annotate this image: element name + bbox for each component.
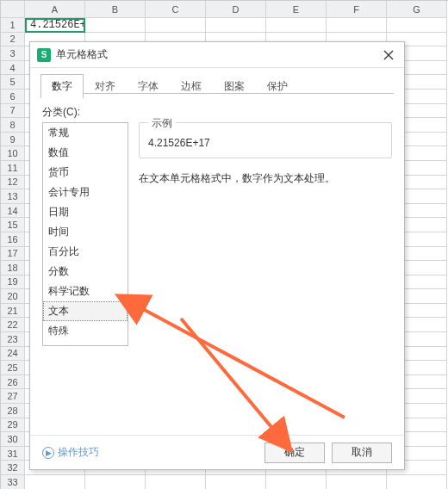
close-icon <box>383 50 394 60</box>
category-item-accounting[interactable]: 会计专用 <box>43 183 128 202</box>
tab-number[interactable]: 数字 <box>40 74 84 99</box>
row-header[interactable]: 5 <box>1 75 25 90</box>
row-header[interactable]: 11 <box>1 161 25 176</box>
cell[interactable] <box>25 475 85 489</box>
category-item-fraction[interactable]: 分数 <box>43 262 128 282</box>
category-item-currency[interactable]: 货币 <box>43 163 128 183</box>
cell[interactable] <box>387 475 447 489</box>
tab-content: 分类(C): 常规 数值 货币 会计专用 日期 时间 百分比 分数 科学记数 文… <box>30 98 404 439</box>
row-header[interactable]: 9 <box>1 133 25 147</box>
category-item-date[interactable]: 日期 <box>43 202 128 222</box>
row-header[interactable]: 17 <box>1 247 25 262</box>
category-item-number[interactable]: 数值 <box>43 143 128 163</box>
category-label: 分类(C): <box>42 105 80 120</box>
play-icon: ▶ <box>42 447 54 459</box>
row-header[interactable]: 8 <box>1 118 25 133</box>
row-header[interactable]: 26 <box>1 375 25 390</box>
col-header-f[interactable]: F <box>327 1 387 18</box>
row-header[interactable]: 18 <box>1 261 25 275</box>
row-header[interactable]: 6 <box>1 90 25 104</box>
col-header-d[interactable]: D <box>206 1 266 18</box>
cell[interactable] <box>266 18 327 33</box>
col-header-c[interactable]: C <box>146 1 206 18</box>
category-item-time[interactable]: 时间 <box>43 222 128 242</box>
row-header[interactable]: 30 <box>1 432 25 447</box>
tab-underline <box>40 93 394 94</box>
category-list[interactable]: 常规 数值 货币 会计专用 日期 时间 百分比 分数 科学记数 文本 特殊 自定… <box>42 122 128 346</box>
close-button[interactable] <box>378 45 399 65</box>
row-header[interactable]: 16 <box>1 232 25 247</box>
row-header[interactable]: 13 <box>1 189 25 204</box>
cell[interactable] <box>327 18 387 33</box>
category-item-custom[interactable]: 自定义 <box>43 341 128 346</box>
col-header-a[interactable]: A <box>25 1 85 18</box>
cell[interactable] <box>206 18 266 33</box>
cancel-button[interactable]: 取消 <box>332 443 392 463</box>
category-item-general[interactable]: 常规 <box>43 123 128 143</box>
row-header[interactable]: 15 <box>1 218 25 232</box>
category-item-text[interactable]: 文本 <box>43 301 128 321</box>
format-cells-dialog: S 单元格格式 数字 对齐 字体 边框 图案 保护 分类(C): 常规 数值 货… <box>29 41 405 470</box>
row-header[interactable]: 25 <box>1 361 25 375</box>
col-header-g[interactable]: G <box>387 1 447 18</box>
row-header[interactable]: 20 <box>1 289 25 304</box>
select-all-corner[interactable] <box>1 1 25 18</box>
row-header[interactable]: 3 <box>1 46 25 61</box>
row-header[interactable]: 14 <box>1 204 25 219</box>
tab-protection[interactable]: 保护 <box>256 74 299 99</box>
tips-link[interactable]: ▶ 操作技巧 <box>42 445 99 460</box>
tips-label: 操作技巧 <box>58 445 99 460</box>
cell[interactable] <box>206 475 266 489</box>
cell[interactable] <box>146 18 206 33</box>
row-header[interactable]: 23 <box>1 332 25 347</box>
row-header[interactable]: 28 <box>1 404 25 418</box>
cell-a1[interactable]: 4.21526E+17 <box>25 18 85 33</box>
category-item-special[interactable]: 特殊 <box>43 321 128 341</box>
row-header[interactable]: 24 <box>1 347 25 362</box>
tab-pattern[interactable]: 图案 <box>213 74 256 99</box>
cell[interactable] <box>146 475 206 489</box>
row-header[interactable]: 10 <box>1 146 25 161</box>
dialog-footer: ▶ 操作技巧 确定 取消 <box>30 435 404 469</box>
row-header[interactable]: 12 <box>1 176 25 190</box>
example-value: 4.21526E+17 <box>148 137 383 149</box>
row-header[interactable]: 32 <box>1 461 25 475</box>
row-header[interactable]: 1 <box>1 18 25 33</box>
tab-border[interactable]: 边框 <box>170 74 213 99</box>
col-header-e[interactable]: E <box>266 1 327 18</box>
tab-alignment[interactable]: 对齐 <box>84 74 127 99</box>
tab-font[interactable]: 字体 <box>127 74 170 99</box>
cell[interactable] <box>327 475 387 489</box>
row-header[interactable]: 2 <box>1 33 25 47</box>
row-header[interactable]: 4 <box>1 61 25 76</box>
titlebar: S 单元格格式 <box>30 42 404 68</box>
category-item-scientific[interactable]: 科学记数 <box>43 282 128 301</box>
cell[interactable] <box>266 475 327 489</box>
row-header[interactable]: 27 <box>1 389 25 404</box>
ok-button[interactable]: 确定 <box>264 443 325 463</box>
format-description: 在文本单元格格式中，数字作为文本处理。 <box>139 170 392 187</box>
row-header[interactable]: 29 <box>1 418 25 433</box>
col-header-b[interactable]: B <box>85 1 146 18</box>
row-header[interactable]: 21 <box>1 304 25 319</box>
example-legend: 示例 <box>148 116 176 131</box>
dialog-title: 单元格格式 <box>56 47 378 62</box>
cell[interactable] <box>85 475 146 489</box>
row-header[interactable]: 22 <box>1 318 25 332</box>
row-header[interactable]: 19 <box>1 275 25 290</box>
cell[interactable] <box>387 18 447 33</box>
example-box: 示例 4.21526E+17 <box>139 122 392 158</box>
category-item-percent[interactable]: 百分比 <box>43 242 128 262</box>
row-header[interactable]: 31 <box>1 447 25 461</box>
app-icon: S <box>37 48 51 62</box>
row-header[interactable]: 33 <box>1 475 25 489</box>
cell[interactable] <box>85 18 146 33</box>
row-header[interactable]: 7 <box>1 104 25 119</box>
